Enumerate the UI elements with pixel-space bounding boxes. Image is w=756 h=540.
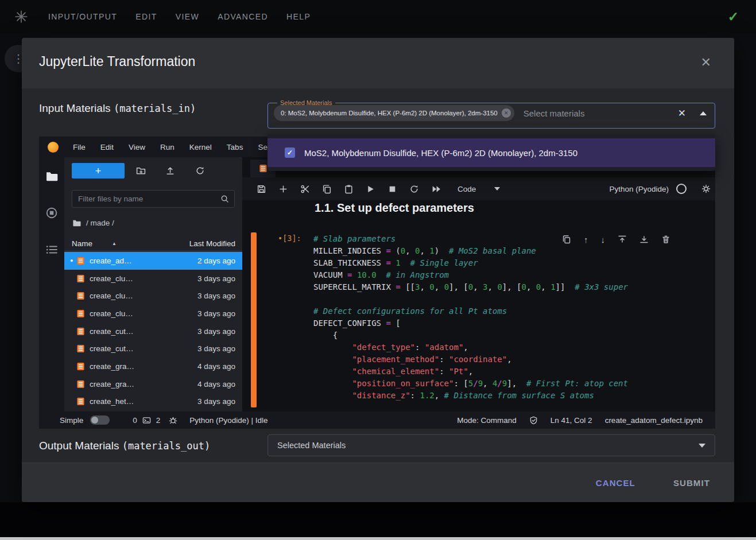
insert-cell-icon[interactable]: [278, 184, 288, 194]
cancel-button[interactable]: CANCEL: [592, 477, 639, 488]
filter-files-input[interactable]: Filter files by name: [72, 190, 235, 208]
jupyter-menu-item[interactable]: Kernel: [182, 143, 219, 151]
run-cell-icon[interactable]: [366, 184, 375, 194]
gear-icon[interactable]: [701, 184, 711, 193]
app-menu-item[interactable]: ADVANCED: [208, 12, 277, 21]
file-browser: + Filter files by name: [64, 157, 242, 411]
insert-cell-below-icon[interactable]: [639, 235, 649, 244]
apply-check-icon[interactable]: ✓: [728, 9, 739, 25]
code-line: SUPERCELL_MATRIX = [[3, 0, 0], [0, 3, 0]…: [313, 281, 690, 293]
move-cell-down-icon[interactable]: ↓: [601, 235, 606, 244]
save-icon[interactable]: [257, 184, 266, 194]
upload-icon[interactable]: [165, 166, 175, 176]
duplicate-cell-icon[interactable]: [562, 235, 571, 244]
file-row[interactable]: create_cut…3 days ago: [64, 323, 242, 340]
file-name: create_ad…: [90, 257, 197, 265]
stop-kernel-icon[interactable]: [387, 184, 397, 194]
terminal-sessions-count[interactable]: 2: [156, 416, 161, 425]
paste-cells-icon[interactable]: [344, 184, 354, 194]
delete-cell-icon[interactable]: [661, 235, 670, 244]
folder-icon: [72, 219, 81, 227]
chip-delete-icon[interactable]: ✕: [502, 108, 511, 118]
debugger-bug-icon[interactable]: [169, 416, 177, 425]
sort-ascending-icon: ▲: [112, 241, 117, 246]
output-materials-variable: (materials_out): [122, 440, 211, 452]
code-editor[interactable]: # Slab parametersMILLER_INDICES = (0, 0,…: [313, 233, 690, 402]
refresh-icon[interactable]: [195, 166, 205, 176]
file-browser-tab-icon[interactable]: [45, 170, 58, 182]
new-folder-icon[interactable]: [136, 166, 146, 176]
kernel-status-text[interactable]: Python (Pyodide) | Idle: [189, 416, 267, 425]
cell-type-select[interactable]: Code: [458, 185, 500, 193]
file-modified: 3 days ago: [197, 292, 235, 300]
chevron-down-icon: [494, 187, 500, 191]
app-menu-item[interactable]: INPUT/OUTPUT: [39, 12, 126, 21]
app-menu-item[interactable]: EDIT: [126, 12, 166, 21]
file-row[interactable]: create_het…3 days ago: [64, 393, 242, 411]
cursor-position[interactable]: Ln 41, Col 2: [550, 416, 592, 425]
app-menu-item[interactable]: VIEW: [166, 12, 208, 21]
notebook-toolbar: Code Python (Pyodide): [242, 177, 715, 200]
app-logo-icon: [14, 9, 29, 24]
notebook-content: 1.1. Set up defect parameters •[3]: # Sl…: [242, 200, 715, 411]
move-cell-up-icon[interactable]: ↑: [584, 235, 588, 244]
column-name[interactable]: Name: [72, 239, 92, 248]
statusbar-right: Mode: Command Ln 41, Col 2 create_adatom…: [457, 416, 703, 425]
running-kernels-tab-icon[interactable]: [45, 207, 58, 219]
notebook-file-icon: [76, 362, 85, 371]
kernel-name[interactable]: Python (Pyodide): [609, 185, 669, 193]
copy-cells-icon[interactable]: [322, 184, 332, 194]
new-launcher-button[interactable]: +: [72, 163, 125, 178]
code-line: "placement_method": "coordinate",: [313, 353, 690, 366]
notebook-file-icon: [76, 292, 85, 300]
cut-cells-icon[interactable]: [300, 184, 310, 194]
terminal-icon[interactable]: [142, 416, 151, 425]
breadcrumb[interactable]: / made /: [72, 216, 114, 229]
file-row[interactable]: create_gra…4 days ago: [64, 375, 242, 393]
trust-shield-icon[interactable]: [529, 416, 538, 425]
cell-prompt: •[3]:: [278, 234, 301, 243]
jupyter-menu-item[interactable]: Run: [153, 143, 182, 151]
file-row[interactable]: create_clu…3 days ago: [64, 270, 242, 288]
kernel-sessions-count[interactable]: 0: [133, 416, 137, 425]
jupyter-menu-item[interactable]: View: [121, 143, 153, 151]
output-materials-select[interactable]: Selected Materials: [267, 434, 715, 456]
file-row[interactable]: create_cut…3 days ago: [64, 340, 242, 358]
restart-run-all-icon[interactable]: [431, 184, 441, 194]
notebook-file-icon: [76, 257, 85, 265]
file-row[interactable]: create_gra…4 days ago: [64, 358, 242, 375]
simple-mode-label: Simple: [60, 416, 83, 425]
material-chip[interactable]: 0: MoS2, Molybdenum Disulfide, HEX (P-6m…: [274, 105, 514, 121]
code-line: {: [313, 329, 690, 341]
checkbox-checked-icon[interactable]: ✓: [285, 147, 295, 158]
file-name: create_clu…: [90, 274, 197, 283]
kernel-status-icon[interactable]: [676, 184, 687, 194]
submit-button[interactable]: SUBMIT: [670, 477, 714, 488]
materials-menu-item[interactable]: ✓ MoS2, Molybdenum Disulfide, HEX (P-6m2…: [267, 138, 715, 167]
cell-collapser[interactable]: [251, 232, 257, 407]
jupyter-menu-item[interactable]: File: [65, 143, 93, 151]
close-dialog-button[interactable]: ✕: [701, 55, 711, 70]
file-name: create_gra…: [90, 380, 197, 389]
jupyterlite-transformation-dialog: JupyterLite Transformation ✕ Input Mater…: [22, 38, 734, 502]
simple-mode-toggle[interactable]: [90, 415, 110, 425]
notebook-file-icon: [76, 397, 85, 406]
clear-selection-icon[interactable]: ✕: [678, 107, 686, 119]
file-row[interactable]: create_clu…3 days ago: [64, 305, 242, 323]
file-row[interactable]: ●create_ad…2 days ago: [64, 252, 242, 270]
open-file-dot: ●: [70, 258, 76, 263]
cell-dirty-dot: •: [278, 234, 282, 243]
chevron-up-icon[interactable]: [700, 111, 707, 115]
file-row[interactable]: create_clu…3 days ago: [64, 287, 242, 305]
materials-select-placeholder: Select materials: [524, 108, 678, 118]
restart-kernel-icon[interactable]: [409, 184, 419, 194]
column-last-modified[interactable]: Last Modified: [189, 239, 235, 248]
app-menu-item[interactable]: HELP: [277, 12, 320, 21]
jupyter-menu-item[interactable]: Edit: [93, 143, 121, 151]
insert-cell-above-icon[interactable]: [618, 235, 627, 244]
command-mode-indicator: Mode: Command: [457, 416, 517, 425]
table-of-contents-tab-icon[interactable]: [45, 243, 58, 256]
materials-dropdown-menu: ✓ MoS2, Molybdenum Disulfide, HEX (P-6m2…: [267, 134, 715, 171]
jupyter-menu-item[interactable]: Tabs: [219, 143, 251, 151]
materials-select[interactable]: Selected Materials 0: MoS2, Molybdenum D…: [267, 100, 715, 129]
